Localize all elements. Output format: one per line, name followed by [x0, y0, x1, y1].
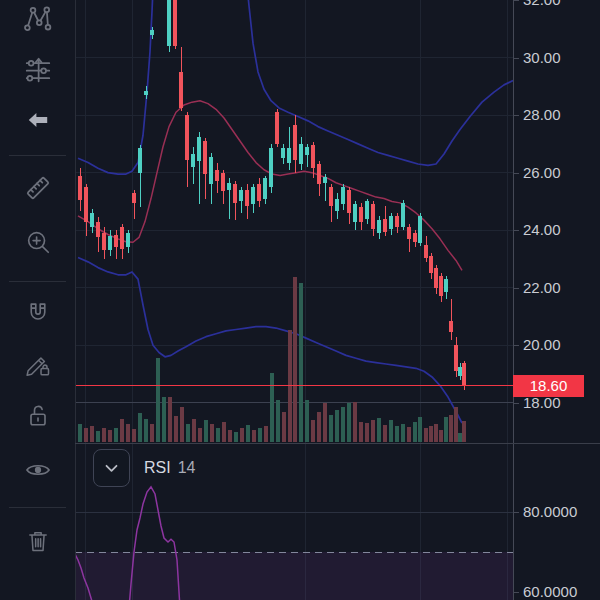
volume-bar — [192, 419, 196, 442]
magnet-icon — [24, 300, 52, 328]
measure-tool-button[interactable] — [16, 166, 60, 210]
volume-bar — [270, 373, 274, 442]
candle-body — [395, 216, 399, 228]
volume-bar — [120, 419, 124, 442]
volume-bar — [276, 400, 280, 442]
candle-body — [429, 256, 433, 273]
candle-body — [257, 184, 261, 201]
candle-body — [275, 112, 279, 144]
volume-bar — [258, 428, 262, 442]
candle-body — [293, 125, 297, 160]
price-tick-label: 26.00 — [514, 164, 561, 182]
candle-body — [341, 187, 345, 204]
rsi-pane — [75, 487, 513, 600]
candle-body — [462, 363, 466, 386]
volume-bar — [132, 429, 136, 442]
candle-body — [401, 203, 405, 227]
volume-bar — [434, 424, 438, 442]
candle-body — [90, 213, 94, 227]
volume-bar — [252, 430, 256, 442]
candle-body — [203, 141, 207, 174]
price-tick-label: 22.00 — [514, 279, 561, 297]
volume-bar — [377, 418, 381, 442]
rsi-indicator-label[interactable]: RSI — [144, 459, 171, 477]
price-tick-label: 28.00 — [514, 106, 561, 124]
forecast-tool-button[interactable] — [16, 48, 60, 92]
volume-bar — [444, 417, 448, 442]
volume-bar — [138, 413, 142, 442]
candle-body — [371, 204, 375, 228]
volume-bar — [102, 428, 106, 442]
volume-bar — [429, 426, 433, 442]
candle-body — [126, 233, 130, 247]
candle-body — [365, 201, 369, 218]
candle-body — [150, 30, 154, 34]
chevron-down-icon — [105, 464, 118, 473]
candle-body — [418, 216, 422, 243]
pane-divider[interactable] — [75, 443, 600, 444]
volume-bar — [84, 428, 88, 442]
candle-body — [114, 235, 118, 248]
volume-bar — [371, 420, 375, 442]
candle-body — [311, 145, 315, 168]
arrow-mark-tool-button[interactable] — [16, 98, 60, 142]
volume-bar — [418, 417, 422, 442]
candle-body — [377, 220, 381, 233]
candle-body — [191, 154, 195, 167]
volume-bar — [317, 412, 321, 442]
volume-bar — [305, 400, 309, 442]
candle-body — [173, 0, 177, 46]
candle-body — [287, 148, 291, 162]
candle-body — [179, 72, 183, 108]
candle-body — [227, 183, 231, 190]
candle-body — [120, 227, 124, 249]
candle-body — [323, 177, 327, 183]
candle-body — [233, 184, 237, 203]
current-price-label: 18.60 — [513, 375, 584, 397]
candle-body — [251, 187, 255, 204]
magnet-tool-button[interactable] — [16, 292, 60, 336]
rsi-period-value: 14 — [178, 459, 196, 477]
volume-bar — [341, 407, 345, 442]
unlock-icon — [24, 402, 52, 430]
drawing-lock-tool-button[interactable] — [16, 343, 60, 387]
volume-bar — [168, 397, 172, 442]
volume-bar — [353, 402, 357, 442]
candle-body — [245, 190, 249, 206]
rsi-collapse-button[interactable] — [93, 449, 130, 487]
candle-body — [449, 321, 453, 333]
candle-body — [299, 144, 303, 164]
volume-bar — [449, 415, 453, 442]
candle-body — [102, 233, 106, 250]
candle-body — [458, 367, 462, 376]
candle-body — [138, 148, 142, 172]
candlestick-chart[interactable] — [0, 0, 600, 600]
volume-bar — [204, 420, 208, 442]
volume-bar — [282, 412, 286, 442]
candle-body — [167, 0, 171, 46]
remove-drawings-tool-button[interactable] — [16, 519, 60, 563]
candle-body — [144, 91, 148, 95]
volume-bar — [162, 397, 166, 442]
price-tick-label: 20.00 — [514, 336, 561, 354]
volume-bar — [234, 432, 238, 442]
eye-icon — [24, 456, 52, 484]
lock-all-tool-button[interactable] — [16, 394, 60, 438]
candle-body — [197, 137, 201, 161]
candle-body — [444, 279, 448, 292]
candle-body — [108, 236, 112, 250]
hide-drawings-tool-button[interactable] — [16, 448, 60, 492]
volume-bar — [424, 428, 428, 442]
zoom-in-tool-button[interactable] — [16, 220, 60, 264]
candle-body — [317, 164, 321, 184]
candle-body — [263, 178, 267, 198]
candle-body — [407, 227, 411, 239]
rsi-pane-header: RSI 14 — [93, 449, 195, 487]
volume-bar — [407, 427, 411, 442]
volume-bar — [383, 425, 387, 442]
price-tick-label: 30.00 — [514, 49, 561, 67]
volume-bar — [216, 428, 220, 442]
xabcd-pattern-tool-button[interactable] — [16, 0, 60, 41]
xabcd-pattern-icon — [23, 4, 53, 34]
price-axis[interactable]: 32.0030.0028.0026.0024.0022.0020.0018.00… — [513, 0, 600, 600]
